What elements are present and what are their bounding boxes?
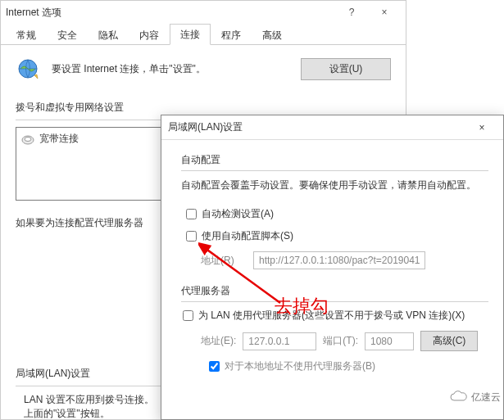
bypass-local-checkbox[interactable] <box>209 361 220 372</box>
tab-privacy[interactable]: 隐私 <box>88 25 129 45</box>
dial-section-label: 拨号和虚拟专用网络设置 <box>16 101 391 115</box>
setup-text: 要设置 Internet 连接，单击"设置"。 <box>52 62 289 76</box>
advanced-button[interactable]: 高级(C) <box>420 331 478 351</box>
tab-advanced[interactable]: 高级 <box>252 25 293 45</box>
tab-general[interactable]: 常规 <box>6 25 47 45</box>
child-titlebar: 局域网(LAN)设置 × <box>161 115 503 140</box>
use-script-label: 使用自动配置脚本(S) <box>202 229 293 243</box>
auto-detect-checkbox[interactable] <box>186 209 197 219</box>
script-address-label: 地址(R) <box>201 254 247 268</box>
watermark: 亿速云 <box>448 390 501 405</box>
tab-content[interactable]: 内容 <box>129 25 170 45</box>
tab-connections[interactable]: 连接 <box>170 24 211 45</box>
auto-detect-label: 自动检测设置(A) <box>202 207 274 221</box>
group-divider <box>181 170 488 171</box>
connection-icon <box>21 133 34 146</box>
setup-row: 要设置 Internet 连接，单击"设置"。 设置(U) <box>16 56 391 81</box>
proxy-port-label: 端口(T): <box>323 334 358 348</box>
use-script-checkbox[interactable] <box>186 231 197 242</box>
proxy-address-input[interactable] <box>243 332 316 350</box>
use-proxy-label: 为 LAN 使用代理服务器(这些设置不用于拨号或 VPN 连接)(X) <box>198 309 465 323</box>
close-button[interactable]: × <box>368 1 401 24</box>
use-script-row: 使用自动配置脚本(S) <box>181 229 488 243</box>
child-close-button[interactable]: × <box>467 115 497 140</box>
proxy-address-label: 地址(E): <box>201 334 236 348</box>
proxy-port-input[interactable] <box>365 332 414 350</box>
auto-detect-row: 自动检测设置(A) <box>181 207 488 221</box>
list-item-label: 宽带连接 <box>39 132 79 146</box>
use-proxy-checkbox[interactable] <box>183 310 193 321</box>
child-window-title: 局域网(LAN)设置 <box>168 120 467 134</box>
window-title: Internet 选项 <box>6 6 335 20</box>
tab-security[interactable]: 安全 <box>47 25 88 45</box>
child-body: 自动配置 自动配置会覆盖手动设置。要确保使用手动设置，请禁用自动配置。 自动检测… <box>161 140 503 391</box>
proxy-group-label: 代理服务器 <box>181 281 488 298</box>
setup-button[interactable]: 设置(U) <box>301 58 391 80</box>
tabbar: 常规 安全 隐私 内容 连接 程序 高级 <box>1 24 406 45</box>
bypass-local-row: 对于本地地址不使用代理服务器(B) <box>204 359 488 373</box>
use-proxy-row: 为 LAN 使用代理服务器(这些设置不用于拨号或 VPN 连接)(X) <box>181 309 488 323</box>
bypass-local-label: 对于本地地址不使用代理服务器(B) <box>225 359 375 373</box>
svg-point-2 <box>25 137 31 141</box>
titlebar: Internet 选项 ? × <box>1 1 406 24</box>
auto-config-group-label: 自动配置 <box>181 150 488 167</box>
script-address-row: 地址(R) <box>201 251 488 269</box>
proxy-address-row: 地址(E): 端口(T): 高级(C) <box>201 331 488 351</box>
cloud-icon <box>448 390 468 405</box>
script-address-input[interactable] <box>253 251 425 269</box>
help-button[interactable]: ? <box>335 1 368 24</box>
lan-settings-window: 局域网(LAN)设置 × 自动配置 自动配置会覆盖手动设置。要确保使用手动设置，… <box>161 115 504 420</box>
group-divider <box>181 301 488 302</box>
watermark-text: 亿速云 <box>471 391 501 404</box>
auto-config-desc: 自动配置会覆盖手动设置。要确保使用手动设置，请禁用自动配置。 <box>181 178 488 192</box>
tab-programs[interactable]: 程序 <box>211 25 252 45</box>
globe-icon <box>16 56 40 81</box>
